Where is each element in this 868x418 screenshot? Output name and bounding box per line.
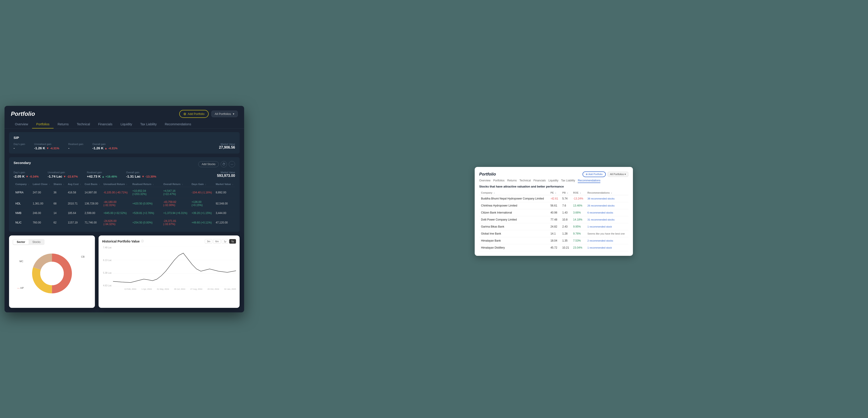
rec-col-roe[interactable]: ROE ↕: [571, 190, 585, 195]
rec-cell-pe: 77.48: [549, 216, 560, 223]
rec-add-portfolio-btn[interactable]: ⊕ Add Portfolio: [583, 172, 606, 177]
cell-overall-return: -43,759.82 (-32.00%): [162, 198, 190, 209]
rec-cell-pb: 1.35: [560, 237, 571, 244]
rec-nav-tax-liability[interactable]: Tax Liability: [561, 179, 575, 183]
rec-cell-roe: 14.18%: [571, 216, 585, 223]
nav-liquidity[interactable]: Liquidity: [116, 120, 136, 128]
rec-col-pb[interactable]: PB ↕: [560, 190, 571, 195]
secondary-title: Secondary: [13, 161, 31, 165]
cell-overall-return: -24,371.81 (-33.97%): [162, 217, 190, 228]
rec-cell-company: Himalayan Distillery: [479, 244, 549, 251]
rec-cell-roe: 7.53%: [571, 237, 585, 244]
chart-icon-btn[interactable]: ⏱: [221, 161, 227, 168]
tab-stocks[interactable]: Stocks: [29, 240, 44, 244]
rec-text: Seems like you have the best one: [587, 232, 625, 235]
rec-nav-overview[interactable]: Overview: [479, 179, 491, 183]
cell-market-value: 3,444.00: [214, 209, 235, 217]
rec-nav-technical[interactable]: Technical: [520, 179, 531, 183]
rec-cell-recommendations: 2 recommended stocks: [586, 237, 628, 244]
rec-link[interactable]: 1 recommended stock: [587, 225, 612, 228]
more-options-btn[interactable]: ···: [229, 161, 235, 168]
rec-link[interactable]: 2 recommended stocks: [587, 239, 613, 242]
rec-cell-company: Garima Bikas Bank: [479, 223, 549, 230]
main-window: Portfolio ⊕ Add Portfolio All Portfolios…: [4, 106, 244, 312]
col-avg-cost[interactable]: Avg Cost ↕: [66, 181, 83, 187]
rec-col-company[interactable]: Company ↕: [479, 190, 549, 195]
sip-section: SIP Day's gain - Unrealised gain -1.26 K…: [9, 132, 240, 154]
col-days-gain[interactable]: Days Gain ↕: [190, 181, 214, 187]
cell-unrealised-return: +845.00 (+32.52%): [102, 209, 131, 217]
col-company[interactable]: Company ↕: [13, 181, 31, 187]
period-1y[interactable]: 1y: [222, 239, 228, 244]
secondary-realised-gain: Realised gain +42.73 K ▲ +19.46%: [87, 171, 117, 178]
rec-cell-company: Himalayan Bank: [479, 237, 549, 244]
cell-cost-basis: 14,997.00: [83, 187, 101, 198]
add-stocks-button[interactable]: Add Stocks: [198, 161, 219, 167]
rec-link[interactable]: 31 recommended stocks: [587, 218, 615, 221]
header-actions: ⊕ Add Portfolio All Portfolios ▾: [179, 110, 238, 118]
col-realised-return[interactable]: Realised Return ↕: [131, 181, 162, 187]
cell-days-gain: +49.60 (+0.11%): [190, 217, 214, 228]
rec-link[interactable]: 26 recommended stocks: [587, 204, 615, 207]
col-cost-basis[interactable]: Cost Basis ↕: [83, 181, 101, 187]
rec-table-row: Himalayan Bank 18.04 1.35 7.53% 2 recomm…: [479, 237, 628, 244]
nav-recommendations[interactable]: Recommendations: [161, 120, 195, 128]
secondary-market-value: Market Value 593,973.00: [217, 171, 235, 178]
rec-col-recommendations[interactable]: Recommendations ↕: [586, 190, 628, 195]
rec-cell-pe: 56.61: [549, 202, 560, 209]
col-latest-close[interactable]: Latest Close ↕: [31, 181, 52, 187]
cell-company: NLIC: [13, 217, 31, 228]
nav-financials[interactable]: Financials: [94, 120, 116, 128]
period-5y[interactable]: 5y: [229, 239, 236, 244]
col-overall-return[interactable]: Overall Return ↕: [162, 181, 190, 187]
rec-nav-financials[interactable]: Financials: [533, 179, 546, 183]
chevron-down-icon: ▾: [233, 112, 235, 116]
sector-stocks-tabs: Sector Stocks: [13, 239, 44, 245]
add-portfolio-button[interactable]: ⊕ Add Portfolio: [179, 110, 209, 118]
rec-nav-liquidity[interactable]: Liquidity: [548, 179, 558, 183]
plus-circle-icon: ⊕: [183, 112, 186, 116]
rec-col-pe[interactable]: PE ↕: [549, 190, 560, 195]
tab-sector[interactable]: Sector: [13, 240, 29, 244]
sip-title: SIP: [13, 136, 235, 140]
col-market-value[interactable]: Market Value ↕: [214, 181, 235, 187]
rec-cell-pe: 14.1: [549, 230, 560, 237]
stock-table: Company ↕ Latest Close ↕ Shares ↕ Avg Co…: [13, 181, 235, 228]
rec-nav-recommendations[interactable]: Recommendations: [578, 179, 600, 183]
rec-link[interactable]: 6 recommended stocks: [587, 211, 613, 214]
rec-cell-pb: 7.6: [560, 202, 571, 209]
cell-avg-cost: 185.64: [66, 209, 83, 217]
chart-panel: Historical Portfolio Value ⓘ 3m 6m 1y 5y…: [98, 236, 240, 308]
rec-cell-company: Citizen Bank International: [479, 209, 549, 216]
portfolio-dropdown[interactable]: All Portfolios ▾: [211, 111, 238, 117]
rec-nav-returns[interactable]: Returns: [507, 179, 517, 183]
cell-unrealised-return: -44,180.00 (-32.31%): [102, 198, 131, 209]
nav-returns[interactable]: Returns: [54, 120, 73, 128]
cell-market-value: 92,548.00: [214, 198, 235, 209]
nav-tax-liability[interactable]: Tax Liability: [136, 120, 161, 128]
chart-body: 7.48 Lac 6.13 Lac 5.38 Lac 4.63 Lac: [102, 246, 236, 287]
secondary-days-gain: Day's gain -2.05 K ▼ -0.34%: [13, 171, 39, 178]
col-shares[interactable]: Shares ↕: [52, 181, 66, 187]
rec-cell-roe: 13.46%: [571, 202, 585, 209]
nav-technical[interactable]: Technical: [73, 120, 94, 128]
app-logo: Portfolio: [11, 110, 35, 117]
cell-latest-close: 246.00: [31, 209, 52, 217]
period-3m[interactable]: 3m: [205, 239, 212, 244]
nav-overview[interactable]: Overview: [11, 120, 32, 128]
nav-portfolios[interactable]: Portfolios: [32, 120, 53, 128]
donut-label-cb: CB: [81, 256, 85, 258]
table-row: NIFRA 247.00 36 416.58 14,997.00 -6,105.…: [13, 187, 235, 198]
secondary-section: Secondary Add Stocks ⏱ ··· Day's gain -2…: [9, 157, 240, 232]
rec-cell-pe: -42.61: [549, 195, 560, 202]
rec-portfolio-dropdown[interactable]: All Portfolios ▾: [608, 172, 628, 177]
rec-nav-portfolios[interactable]: Portfolios: [493, 179, 504, 183]
rec-link[interactable]: 38 recommended stocks: [587, 197, 615, 200]
cell-overall-return: +4,547.16 (+22.47%): [162, 187, 190, 198]
rec-table-row: Global Ime Bank 14.1 1.28 9.76% Seems li…: [479, 230, 628, 237]
period-6m[interactable]: 6m: [213, 239, 221, 244]
chart-title: Historical Portfolio Value: [102, 240, 140, 243]
col-unrealised-return[interactable]: Unrealised Return ↕: [102, 181, 131, 187]
cell-unrealised-return: -6,105.00 (-40.71%): [102, 187, 131, 198]
rec-link[interactable]: 1 recommended stock: [587, 246, 612, 249]
